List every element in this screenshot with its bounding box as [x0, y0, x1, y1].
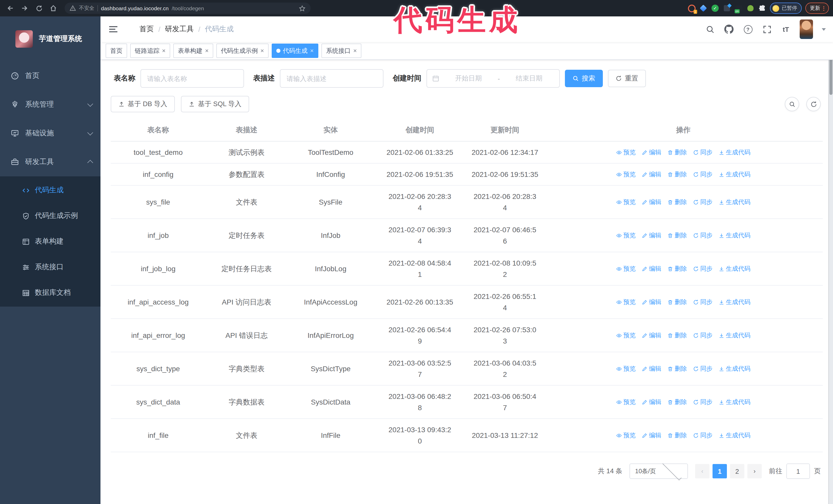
sidebar-logo[interactable]: 芋道管理系统	[0, 17, 100, 62]
prev-page-button[interactable]: ‹	[695, 464, 710, 478]
breadcrumb-devtools[interactable]: 研发工具	[165, 25, 194, 34]
tab-home[interactable]: 首页	[105, 44, 127, 58]
back-icon[interactable]	[4, 2, 17, 14]
help-icon[interactable]	[743, 24, 753, 34]
edit-link[interactable]: 编辑	[642, 169, 661, 180]
sync-link[interactable]: 同步	[693, 396, 713, 408]
delete-link[interactable]: 删除	[667, 196, 687, 208]
preview-link[interactable]: 预览	[616, 147, 636, 158]
sidebar-item-codegen-example[interactable]: 代码生成示例	[0, 203, 100, 229]
close-icon[interactable]	[353, 48, 357, 54]
table-name-input[interactable]	[140, 69, 244, 88]
extension-orange-icon[interactable]: 1	[687, 4, 696, 12]
tab-form-builder[interactable]: 表单构建	[173, 44, 213, 58]
reset-button[interactable]: 重置	[608, 70, 646, 87]
toggle-search-button[interactable]	[785, 97, 799, 111]
generate-code-link[interactable]: 生成代码	[719, 396, 751, 408]
goto-page-input[interactable]	[786, 463, 810, 479]
sidebar-item-form-builder[interactable]: 表单构建	[0, 229, 100, 254]
preview-link[interactable]: 预览	[616, 396, 636, 408]
generate-code-link[interactable]: 生成代码	[719, 263, 751, 274]
extension-grid-icon[interactable]	[723, 4, 731, 12]
preview-link[interactable]: 预览	[616, 196, 636, 208]
sync-link[interactable]: 同步	[693, 196, 713, 208]
bookmark-star-icon[interactable]	[299, 5, 306, 11]
extension-check-icon[interactable]	[711, 4, 719, 12]
generate-code-link[interactable]: 生成代码	[719, 147, 751, 158]
forward-icon[interactable]	[19, 2, 31, 14]
close-icon[interactable]	[260, 48, 264, 54]
sidebar-item-system[interactable]: 系统管理	[0, 90, 100, 119]
reload-icon[interactable]	[33, 2, 45, 14]
delete-link[interactable]: 删除	[667, 147, 687, 158]
sync-link[interactable]: 同步	[693, 230, 713, 241]
edit-link[interactable]: 编辑	[642, 230, 661, 241]
delete-link[interactable]: 删除	[667, 263, 687, 274]
sidebar-item-home[interactable]: 首页	[0, 62, 100, 90]
page-size-select[interactable]: 10条/页	[629, 463, 688, 479]
url-bar[interactable]: 不安全 dashboard.yudao.iocoder.cn/tool/code…	[65, 3, 311, 14]
sync-link[interactable]: 同步	[693, 296, 713, 308]
page-button-1[interactable]: 1	[713, 464, 727, 478]
update-button[interactable]: 更新	[805, 3, 829, 14]
delete-link[interactable]: 删除	[667, 430, 687, 441]
kebab-menu-icon[interactable]	[823, 6, 824, 10]
paused-badge[interactable]: 已暂停	[770, 3, 802, 14]
generate-code-link[interactable]: 生成代码	[719, 363, 751, 374]
extension-gem-icon[interactable]	[699, 4, 708, 12]
delete-link[interactable]: 删除	[667, 363, 687, 374]
preview-link[interactable]: 预览	[616, 296, 636, 308]
delete-link[interactable]: 删除	[667, 396, 687, 408]
import-db-button[interactable]: 基于 DB 导入	[111, 96, 175, 112]
edit-link[interactable]: 编辑	[642, 363, 661, 374]
delete-link[interactable]: 删除	[667, 230, 687, 241]
delete-link[interactable]: 删除	[667, 330, 687, 341]
browser-scrollbar[interactable]	[828, 17, 833, 504]
next-page-button[interactable]: ›	[747, 464, 762, 478]
sidebar-item-codegen[interactable]: 代码生成	[0, 177, 100, 203]
tab-codegen[interactable]: 代码生成	[272, 44, 318, 58]
sync-link[interactable]: 同步	[693, 430, 713, 441]
home-icon[interactable]	[47, 2, 60, 14]
generate-code-link[interactable]: 生成代码	[719, 230, 751, 241]
sidebar-item-devtools[interactable]: 研发工具	[0, 148, 100, 176]
tab-system-api[interactable]: 系统接口	[322, 44, 361, 58]
extensions-puzzle-icon[interactable]	[758, 4, 766, 12]
edit-link[interactable]: 编辑	[642, 147, 661, 158]
sync-link[interactable]: 同步	[693, 363, 713, 374]
edit-link[interactable]: 编辑	[642, 330, 661, 341]
table-desc-input[interactable]	[280, 69, 383, 88]
edit-link[interactable]: 编辑	[642, 263, 661, 274]
page-button-2[interactable]: 2	[730, 464, 744, 478]
sync-link[interactable]: 同步	[693, 263, 713, 274]
close-icon[interactable]	[205, 48, 209, 54]
preview-link[interactable]: 预览	[616, 430, 636, 441]
generate-code-link[interactable]: 生成代码	[719, 296, 751, 308]
sync-link[interactable]: 同步	[693, 147, 713, 158]
preview-link[interactable]: 预览	[616, 230, 636, 241]
sidebar-item-system-api[interactable]: 系统接口	[0, 254, 100, 280]
preview-link[interactable]: 预览	[616, 330, 636, 341]
generate-code-link[interactable]: 生成代码	[719, 169, 751, 180]
generate-code-link[interactable]: 生成代码	[719, 430, 751, 441]
preview-link[interactable]: 预览	[616, 263, 636, 274]
breadcrumb-home[interactable]: 首页	[139, 25, 154, 34]
extension-green-icon[interactable]	[746, 4, 755, 12]
edit-link[interactable]: 编辑	[642, 396, 661, 408]
edit-link[interactable]: 编辑	[642, 196, 661, 208]
edit-link[interactable]: 编辑	[642, 430, 661, 441]
close-icon[interactable]	[162, 48, 166, 54]
generate-code-link[interactable]: 生成代码	[719, 330, 751, 341]
hamburger-icon[interactable]	[100, 17, 126, 42]
close-icon[interactable]	[310, 48, 314, 54]
delete-link[interactable]: 删除	[667, 169, 687, 180]
preview-link[interactable]: 预览	[616, 169, 636, 180]
sidebar-item-db-doc[interactable]: 数据库文档	[0, 280, 100, 306]
date-range-picker[interactable]: 开始日期 - 结束日期	[427, 69, 560, 88]
search-icon[interactable]	[705, 24, 715, 34]
font-size-icon[interactable]	[781, 24, 791, 34]
caret-down-icon[interactable]	[822, 28, 826, 30]
edit-link[interactable]: 编辑	[642, 296, 661, 308]
sync-link[interactable]: 同步	[693, 169, 713, 180]
user-avatar[interactable]	[800, 20, 813, 39]
